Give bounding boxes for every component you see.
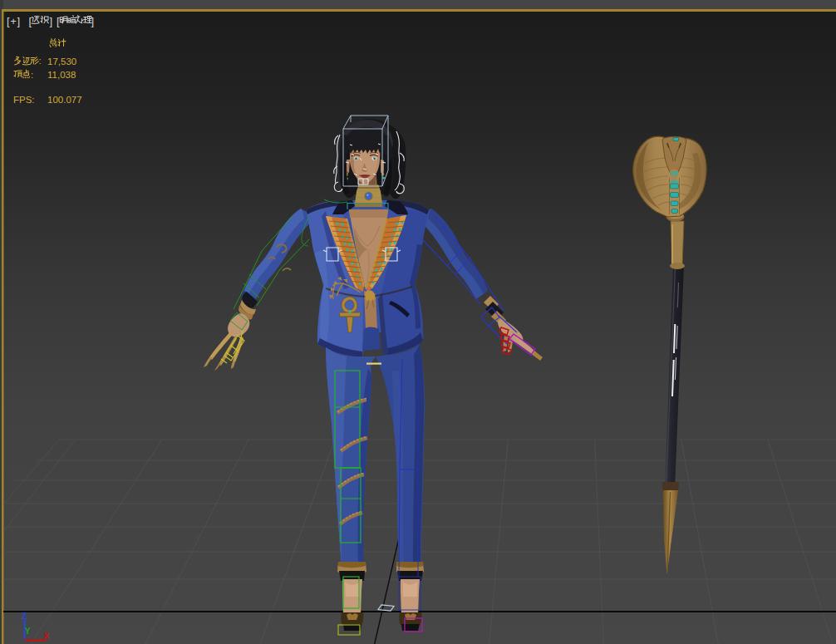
svg-text:[+]: [+] (7, 15, 21, 27)
svg-text:FPS:: FPS: (13, 95, 35, 105)
svg-text:[: [ (57, 15, 60, 27)
svg-text:17,530: 17,530 (47, 57, 76, 66)
svg-text:]: ] (50, 15, 53, 27)
svg-text:11,038: 11,038 (47, 70, 76, 80)
svg-text:100.077: 100.077 (47, 95, 82, 105)
svg-text:Y: Y (25, 626, 31, 636)
svg-text:[: [ (29, 15, 32, 27)
svg-text:Z: Z (22, 611, 27, 621)
svg-text::: : (39, 56, 42, 66)
svg-text::: : (31, 70, 33, 80)
svg-text:X: X (44, 631, 50, 641)
